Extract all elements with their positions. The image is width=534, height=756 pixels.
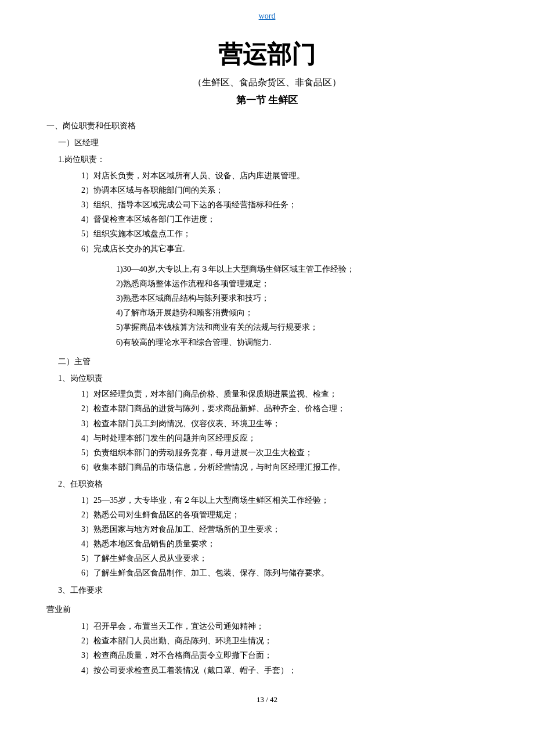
duty-item-1: 1）对店长负责，对本区域所有人员、设备、店内库进展管理。 [81,168,488,183]
qual-item-6: 6)有较高的理论水平和综合管理、协调能力. [116,335,488,350]
sup-qual-3: 3）熟悉国家与地方对食品加工、经营场所的卫生要求； [81,522,488,537]
qual-item-2: 2)熟悉商场整体运作流程和各项管理规定； [116,276,488,291]
sup-duty-2: 2）检查本部门商品的进货与陈列，要求商品新鲜、品种齐全、价格合理； [81,401,488,416]
duty-item-5: 5）组织实施本区域盘点工作； [81,226,488,241]
work-req-4: 4）按公司要求检查员工着装情况（戴口罩、帽子、手套）； [81,663,488,678]
job-duties-label: 1.岗位职责： [58,152,488,167]
qual-item-3: 3)熟悉本区域商品结构与陈列要求和技巧； [116,291,488,305]
sup-duty-4: 4）与时处理本部门发生的问题并向区经理反应； [81,431,488,445]
sup-qual-1: 1）25—35岁，大专毕业，有２年以上大型商场生鲜区相关工作经验； [81,493,488,507]
page-container: word 营运部门 （生鲜区、食品杂货区、非食品区） 第一节 生鲜区 一、岗位职… [0,0,534,756]
heading-1: 一、岗位职责和任职资格 [46,118,488,133]
duty-item-3: 3）组织、指导本区域完成公司下达的各项经营指标和任务； [81,197,488,212]
work-req-list: 1）召开早会，布置当天工作，宜达公司通知精神； 2）检查本部门人员出勤、商品陈列… [46,619,488,678]
content-area: 一、岗位职责和任职资格 一）区经理 1.岗位职责： 1）对店长负责，对本区域所有… [46,118,488,678]
qual-item-4: 4)了解市场开展趋势和顾客消费倾向； [116,305,488,320]
supervisor-duties-label: 1、岗位职责 [58,371,488,386]
sup-duty-5: 5）负责组织本部门的劳动服务竞赛，每月进展一次卫生大检查； [81,445,488,460]
sup-qual-4: 4）熟悉本地区食品销售的质量要求； [81,537,488,551]
supervisor-qual-list: 1）25—35岁，大专毕业，有２年以上大型商场生鲜区相关工作经验； 2）熟悉公司… [46,493,488,581]
duty-item-2: 2）协调本区域与各职能部门间的关系； [81,183,488,197]
sup-duty-1: 1）对区经理负责，对本部门商品价格、质量和保质期进展监视、检查； [81,387,488,401]
duties-list: 1）对店长负责，对本区域所有人员、设备、店内库进展管理。 2）协调本区域与各职能… [46,168,488,256]
supervisor-qual-label: 2、任职资格 [58,477,488,491]
word-link[interactable]: word [259,12,276,20]
sup-qual-6: 6）了解生鲜食品区食品制作、加工、包装、保存、陈列与储存要求。 [81,566,488,580]
work-req-3: 3）检查商品质量，对不合格商品责令立即撤下台面； [81,648,488,663]
sup-qual-2: 2）熟悉公司对生鲜食品区的各项管理规定； [81,507,488,522]
word-link-container: word [46,12,488,21]
heading-2-1: 一）区经理 [58,135,488,150]
supervisor-duties-list: 1）对区经理负责，对本部门商品价格、质量和保质期进展监视、检查； 2）检查本部门… [46,387,488,474]
qualifications-block: 1)30—40岁,大专以上,有３年以上大型商场生鲜区域主管工作经验； 2)熟悉商… [81,262,488,350]
work-req-label: 3、工作要求 [58,583,488,597]
heading-2-2: 二）主管 [58,354,488,369]
work-req-1: 1）召开早会，布置当天工作，宜达公司通知精神； [81,619,488,633]
qual-item-5: 5)掌握商品本钱核算方法和商业有关的法规与行规要求； [116,320,488,334]
sup-duty-6: 6）收集本部门商品的市场信息，分析经营情况，与时向区经理汇报工作。 [81,460,488,474]
work-req-2: 2）检查本部门人员出勤、商品陈列、环境卫生情况； [81,633,488,648]
sup-duty-3: 3）检查本部门员工到岗情况、仪容仪表、环境卫生等； [81,416,488,431]
main-title: 营运部门 [46,38,488,71]
work-req-sub: 营业前 [46,602,488,617]
page-number: 13 / 42 [257,695,277,704]
subtitle: （生鲜区、食品杂货区、非食品区） [46,77,488,89]
sup-qual-5: 5）了解生鲜食品区人员从业要求； [81,551,488,566]
duty-item-4: 4）督促检查本区域各部门工作进度； [81,212,488,226]
page-footer: 13 / 42 [46,695,488,704]
duty-item-6: 6）完成店长交办的其它事宜. [81,242,488,256]
qual-item-1: 1)30—40岁,大专以上,有３年以上大型商场生鲜区域主管工作经验； [116,262,488,276]
section-title: 第一节 生鲜区 [46,93,488,107]
